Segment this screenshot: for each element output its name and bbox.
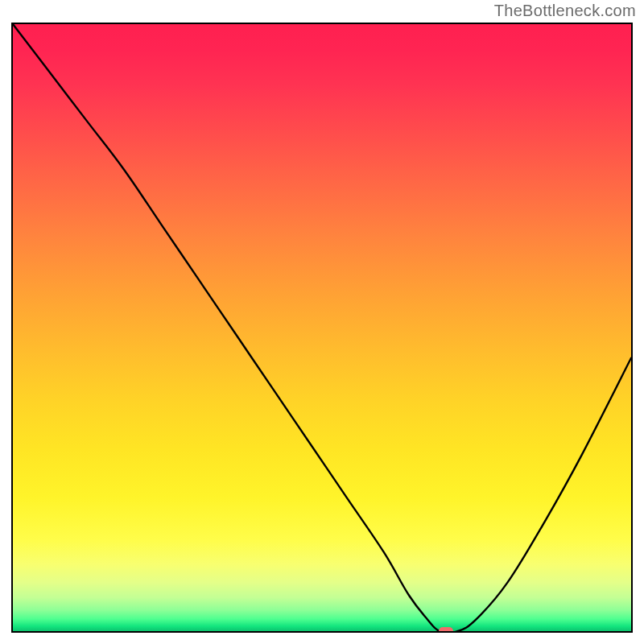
watermark-text: TheBottleneck.com (494, 2, 636, 20)
bottleneck-curve-path (13, 24, 631, 631)
optimal-point-marker (439, 627, 453, 633)
chart-container: TheBottleneck.com (0, 0, 644, 644)
curve-layer (13, 24, 631, 631)
chart-plot-area (11, 23, 633, 633)
